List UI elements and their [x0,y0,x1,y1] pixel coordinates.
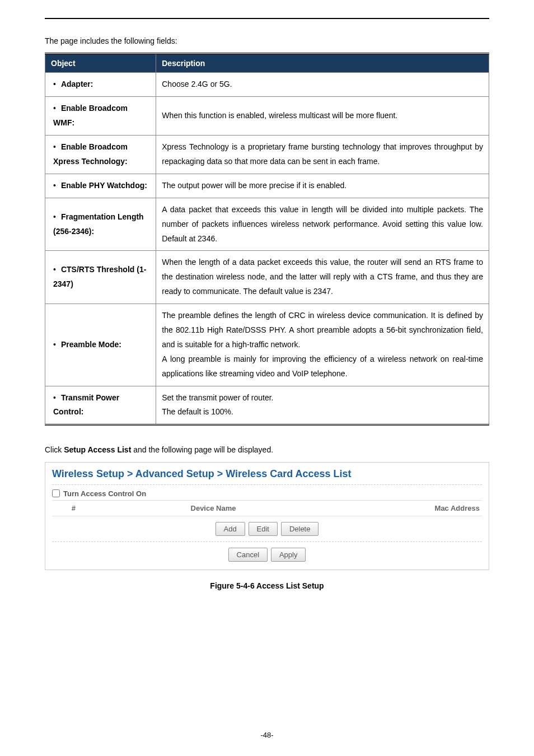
object-cell: • Transmit Power Control: [45,386,156,425]
fields-table: Object Description • Adapter:Choose 2.4G… [45,53,489,426]
description-cell: Choose 2.4G or 5G. [156,73,489,97]
acl-confirm-row: Cancel Apply [52,542,482,563]
description-cell: When this function is enabled, wireless … [156,97,489,136]
description-cell: A data packet that exceeds this value in… [156,198,489,251]
object-cell: • Enable PHY Watchdog: [45,174,156,198]
object-cell: • Adapter: [45,73,156,97]
description-cell: The preamble defines the length of CRC i… [156,304,489,386]
cancel-button[interactable]: Cancel [228,548,268,562]
turn-acl-on-label: Turn Access Control On [63,489,146,498]
add-button[interactable]: Add [216,522,245,536]
turn-acl-on-checkbox[interactable] [52,489,60,497]
description-cell: Xpress Technology is a proprietary frame… [156,136,489,174]
object-cell: • Enable Broadcom Xpress Technology: [45,136,156,174]
click-bold: Setup Access List [64,445,131,454]
object-cell: • CTS/RTS Threshold (1-2347) [45,251,156,304]
col-num: # [52,504,95,512]
acl-button-row: Add Edit Delete [52,516,482,542]
access-control-row: Turn Access Control On [52,487,482,500]
click-instruction: Click Setup Access List and the followin… [45,444,489,456]
col-device: Device Name [95,504,331,512]
acl-table-header: # Device Name Mac Address [52,500,482,516]
description-cell: When the length of a data packet exceeds… [156,251,489,304]
object-cell: • Fragmentation Length (256-2346): [45,198,156,251]
page-number: -48- [0,731,534,739]
click-post: and the following page will be displayed… [131,445,273,454]
object-cell: • Preamble Mode: [45,304,156,386]
edit-button[interactable]: Edit [249,522,278,536]
intro-paragraph: The page includes the following fields: [45,35,489,47]
object-cell: • Enable Broadcom WMF: [45,97,156,136]
th-object: Object [45,54,156,73]
header-rule [45,18,489,19]
th-description: Description [156,54,489,73]
panel-title: Wireless Setup > Advanced Setup > Wirele… [52,468,482,485]
click-pre: Click [45,445,64,454]
apply-button[interactable]: Apply [271,548,306,562]
access-list-panel: Wireless Setup > Advanced Setup > Wirele… [45,462,489,570]
delete-button[interactable]: Delete [281,522,319,536]
description-cell: The output power will be more precise if… [156,174,489,198]
description-cell: Set the transmit power of router.The def… [156,386,489,425]
figure-caption: Figure 5-4-6 Access List Setup [45,581,489,590]
col-mac: Mac Address [331,504,482,512]
